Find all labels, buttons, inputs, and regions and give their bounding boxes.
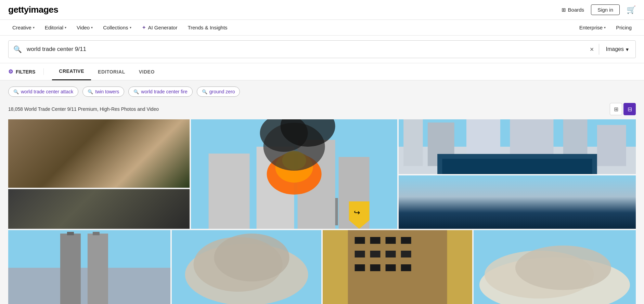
nav-item-enterprise[interactable]: Enterprise ▾ (575, 20, 610, 36)
svg-rect-16 (403, 119, 423, 166)
image-item[interactable] (8, 230, 170, 304)
search-type-label: Images (606, 46, 624, 52)
image-grid: ↪ (0, 119, 644, 304)
svg-rect-46 (386, 264, 396, 271)
image-item[interactable] (8, 119, 190, 188)
svg-rect-40 (355, 251, 365, 257)
sparkle-icon: ✦ (142, 24, 146, 31)
filter-tab-video[interactable]: VIDEO (132, 63, 162, 80)
image-item[interactable] (399, 119, 636, 174)
image-col-2: ↪ (191, 119, 397, 229)
chevron-down-icon: ▾ (626, 46, 629, 53)
svg-rect-42 (386, 251, 396, 257)
svg-rect-45 (370, 264, 381, 271)
search-icon: 🔍 (9, 45, 27, 53)
filters-label: FILTERS (16, 69, 35, 75)
search-input[interactable] (27, 46, 585, 53)
image-item[interactable] (399, 175, 636, 229)
suggestion-chip-attack[interactable]: 🔍 world trade center attack (8, 87, 78, 97)
svg-rect-47 (401, 264, 411, 271)
view-toggles: ⊞ ⊟ (610, 103, 636, 115)
clear-search-button[interactable]: × (585, 45, 599, 53)
search-icon: 🔍 (88, 89, 93, 94)
search-icon: 🔍 (13, 89, 19, 94)
filter-tab-creative[interactable]: CREATIVE (52, 63, 91, 80)
nav-item-pricing[interactable]: Pricing (612, 20, 636, 36)
suggestion-chip-ground[interactable]: 🔍 ground zero (197, 87, 240, 97)
image-item[interactable] (474, 230, 636, 304)
svg-text:↪: ↪ (353, 208, 360, 217)
image-item[interactable]: ↪ (191, 119, 397, 229)
svg-rect-27 (88, 234, 108, 304)
nav-label-trends: Trends & Insights (188, 25, 227, 30)
logo-text: gettyimages (8, 4, 58, 15)
top-bar-right: ⊞ Boards Sign in 🛒 (562, 4, 636, 15)
suggestion-label: ground zero (209, 89, 235, 94)
filter-tabs: CREATIVE EDITORIAL VIDEO (52, 63, 162, 80)
image-col-3 (399, 119, 636, 229)
nav-right: Enterprise ▾ Pricing (575, 20, 636, 36)
nav-item-collections[interactable]: Collections ▾ (99, 20, 135, 36)
suggestion-chip-fire[interactable]: 🔍 world trade center fire (128, 87, 192, 97)
filter-tab-creative-label: CREATIVE (59, 68, 84, 74)
image-item[interactable] (8, 189, 190, 229)
suggestions-row: 🔍 world trade center attack 🔍 twin tower… (0, 80, 644, 100)
grid-view-button[interactable]: ⊞ (610, 103, 622, 115)
image-item[interactable] (172, 230, 321, 304)
chevron-down-icon: ▾ (33, 26, 35, 29)
svg-point-33 (214, 234, 289, 281)
image-row-2 (8, 230, 636, 304)
nav-item-video[interactable]: Video ▾ (73, 20, 97, 36)
svg-rect-44 (355, 264, 365, 271)
filter-tab-video-label: VIDEO (139, 69, 155, 75)
search-bar: 🔍 × Images ▾ (8, 40, 636, 58)
chevron-down-icon: ▾ (91, 26, 93, 29)
top-bar: gettyimages ⊞ Boards Sign in 🛒 (0, 0, 644, 20)
suggestion-chip-twin[interactable]: 🔍 twin towers (82, 87, 124, 97)
svg-rect-1 (208, 154, 249, 229)
svg-rect-28 (67, 232, 74, 235)
search-section: 🔍 × Images ▾ (0, 36, 644, 63)
search-type-dropdown[interactable]: Images ▾ (599, 46, 635, 53)
nav-label-collections: Collections (103, 25, 128, 30)
logo[interactable]: gettyimages (8, 4, 58, 15)
boards-button[interactable]: ⊞ Boards (562, 7, 584, 13)
image-item[interactable] (323, 230, 472, 304)
svg-rect-39 (401, 237, 411, 244)
nav-item-creative[interactable]: Creative ▾ (8, 20, 39, 36)
mosaic-view-button[interactable]: ⊟ (623, 103, 636, 115)
svg-point-51 (515, 246, 611, 290)
nav-item-editorial[interactable]: Editorial ▾ (41, 20, 70, 36)
svg-rect-43 (401, 251, 411, 257)
svg-rect-23 (442, 159, 592, 174)
signin-button[interactable]: Sign in (591, 4, 620, 15)
search-icon: 🔍 (133, 89, 139, 94)
nav-left: Creative ▾ Editorial ▾ Video ▾ Collectio… (8, 20, 232, 36)
nav-label-pricing: Pricing (616, 25, 632, 30)
image-row-1: ↪ (8, 119, 636, 229)
chevron-down-icon: ▾ (65, 26, 66, 29)
nav-label-creative: Creative (12, 25, 31, 30)
svg-rect-36 (355, 237, 365, 244)
nav-item-ai-generator[interactable]: ✦ AI Generator (138, 20, 182, 36)
cart-icon[interactable]: 🛒 (627, 5, 636, 14)
filters-toggle[interactable]: ⚙ FILTERS (8, 68, 44, 75)
suggestion-label: world trade center attack (21, 89, 73, 94)
svg-rect-29 (93, 232, 100, 235)
filter-tab-editorial-label: EDITORIAL (98, 69, 125, 75)
results-count: 18,058 World Trade Center 9/11 Premium, … (8, 106, 159, 112)
nav-label-enterprise: Enterprise (579, 25, 603, 30)
image-col-1 (8, 119, 190, 229)
svg-rect-26 (60, 234, 81, 304)
nav-label-video: Video (77, 25, 90, 30)
filter-tab-editorial[interactable]: EDITORIAL (91, 63, 132, 80)
svg-rect-38 (386, 237, 396, 244)
nav-item-trends[interactable]: Trends & Insights (183, 20, 231, 36)
svg-rect-21 (597, 125, 626, 166)
filters-bar: ⚙ FILTERS CREATIVE EDITORIAL VIDEO (0, 63, 644, 80)
nav-bar: Creative ▾ Editorial ▾ Video ▾ Collectio… (0, 20, 644, 36)
svg-rect-41 (370, 251, 381, 257)
svg-rect-11 (335, 198, 338, 225)
nav-label-editorial: Editorial (45, 25, 63, 30)
chevron-down-icon: ▾ (604, 26, 606, 29)
